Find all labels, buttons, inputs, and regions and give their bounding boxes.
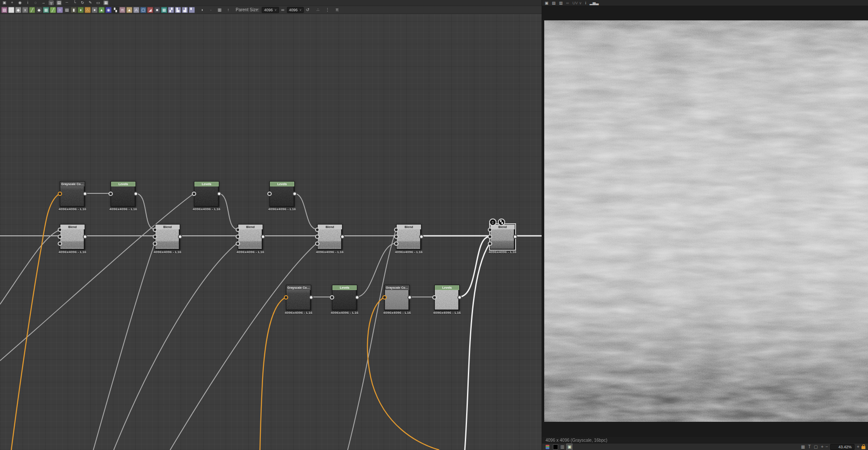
input-connector[interactable] — [330, 295, 334, 300]
zoom-tool-icon[interactable]: ◌ — [33, 0, 38, 5]
output-compute-badge[interactable]: ▚ — [498, 218, 505, 226]
image-display-icon[interactable]: ▣ — [566, 443, 572, 450]
node-levels-top-1[interactable]: Levels 4096x4096 - L16 — [111, 181, 136, 207]
gradient-map-node-icon[interactable]: ▮ — [71, 7, 77, 13]
pan-tool-icon[interactable]: + — [10, 0, 15, 5]
bridge-node-icon[interactable]: π — [119, 7, 125, 13]
export-image-icon[interactable]: ▥ — [559, 0, 563, 6]
input-connector[interactable] — [394, 241, 398, 246]
input-connector[interactable] — [153, 235, 157, 239]
view-2d-canvas[interactable] — [542, 6, 868, 437]
input-connector[interactable] — [488, 235, 492, 239]
blend-mask-node-icon[interactable]: ● — [92, 7, 98, 13]
zoom-in-button[interactable]: + — [857, 444, 859, 450]
input-connector[interactable] — [153, 228, 157, 232]
blur-node-icon[interactable]: ◆ — [15, 7, 21, 13]
refresh-graph-icon[interactable]: ↻ — [80, 0, 85, 5]
screenshot-icon[interactable]: ◉ — [17, 0, 23, 5]
node-blend-5[interactable]: Blend 4096x4096 - L16 — [396, 224, 421, 250]
grid-snap-icon[interactable]: ▦ — [103, 0, 108, 5]
display-options-icon[interactable]: ▭ — [95, 0, 101, 5]
transform-b-node-icon[interactable]: ▙ — [175, 7, 181, 13]
input-connector[interactable] — [192, 192, 196, 196]
node-levels-top-2[interactable]: Levels 4096x4096 - L16 — [194, 181, 219, 207]
transform-gizmo-icon[interactable]: T — [808, 444, 811, 450]
input-connector[interactable] — [108, 192, 113, 196]
fit-view-icon[interactable]: ▢ — [814, 444, 818, 450]
input-connector[interactable] — [394, 235, 398, 239]
dashed-connection-icon[interactable]: ┄ — [64, 0, 69, 5]
scatter-node-icon[interactable]: ∴ — [85, 7, 91, 13]
node-blend-6[interactable]: Blend 4096x4096 - L16▯▚ — [490, 224, 515, 250]
input-connector[interactable] — [58, 192, 62, 196]
output-connector[interactable] — [83, 235, 87, 239]
output-connector[interactable] — [217, 192, 221, 196]
channels-icon[interactable] — [545, 444, 551, 450]
input-connector[interactable] — [432, 295, 437, 300]
directional-blur-node-icon[interactable]: ◆ — [36, 7, 42, 13]
node-blend-4[interactable]: Blend 4096x4096 - L16 — [317, 224, 342, 250]
tile-sampler-node-icon[interactable]: ▦ — [161, 7, 167, 13]
straighten-connection-icon[interactable]: → — [41, 0, 46, 5]
node-blend-1[interactable]: Blend 4096x4096 - L16 — [60, 224, 85, 250]
node-levels-bottom-1[interactable]: Levels 4096x4096 - L16 — [332, 285, 357, 310]
node-grayscale-conversion-bottom-1[interactable]: Grayscale Conversion 4096x4096 - L16 — [286, 285, 311, 310]
input-connector[interactable] — [58, 228, 62, 232]
input-connector[interactable] — [315, 241, 319, 246]
directional-warp-node-icon[interactable]: x — [22, 7, 28, 13]
output-connector[interactable] — [309, 295, 313, 300]
exposed-parameters-icon[interactable]: ⋮ — [325, 7, 331, 13]
input-connector[interactable] — [315, 235, 319, 239]
edit-tools-icon[interactable]: ✎ — [88, 0, 93, 5]
size-reset-icon[interactable]: ↺ — [305, 7, 311, 13]
zoom-out-button[interactable]: − — [825, 444, 828, 450]
hsl-node-icon[interactable]: ◉ — [105, 7, 112, 13]
graph-settings-icon[interactable]: π — [334, 7, 340, 13]
output-connector[interactable] — [178, 235, 182, 239]
frame-icon[interactable]: ▦ — [217, 7, 223, 13]
zoom-level-input[interactable]: 43.42% — [830, 444, 855, 450]
size-link-icon[interactable]: ∞ — [280, 7, 286, 13]
output-connector[interactable] — [355, 295, 359, 300]
input-connector[interactable] — [236, 228, 240, 232]
fx-map-node-icon[interactable]: ▦ — [43, 7, 49, 13]
input-connector[interactable] — [488, 228, 492, 232]
dot-node-icon[interactable]: ∙ — [208, 7, 214, 13]
node-blend-3[interactable]: Blend 4096x4096 - L16 — [238, 224, 263, 250]
shape-3d-node-icon[interactable]: ■ — [154, 7, 160, 13]
checker-node-icon[interactable]: ▚ — [112, 7, 118, 13]
input-connector[interactable] — [58, 241, 62, 246]
input-connector[interactable] — [58, 235, 62, 239]
grid-toggle-icon[interactable]: ▦ — [801, 444, 805, 450]
output-connector[interactable] — [408, 295, 412, 300]
output-connector[interactable] — [134, 192, 138, 196]
display-connections-icon[interactable]: ┬ — [49, 0, 54, 5]
tiling-mode-icon[interactable]: ▥ — [560, 444, 564, 450]
input-connector[interactable] — [236, 235, 240, 239]
input-connector[interactable] — [153, 241, 157, 246]
gradient-node-icon[interactable]: ╱ — [50, 7, 56, 13]
node-grayscale-conversion-top[interactable]: Grayscale Conversion 4096x4096 - L16 — [60, 181, 85, 207]
warning-node-icon[interactable]: ▲ — [126, 7, 132, 13]
shape-node-icon[interactable]: ○ — [57, 7, 63, 13]
output-connector[interactable] — [340, 235, 345, 239]
input-connector[interactable] — [267, 192, 272, 196]
curve-node-icon[interactable]: ╱ — [29, 7, 35, 13]
select-tool-icon[interactable]: ▣ — [2, 0, 7, 5]
output-connector[interactable] — [293, 192, 297, 196]
node-blend-2[interactable]: Blend 4096x4096 - L16 — [155, 224, 180, 250]
link-view-icon[interactable]: ∞ — [566, 0, 569, 6]
node-grayscale-conversion-bottom-2[interactable]: Grayscale Conversion 4096x4096 - L16 — [385, 285, 410, 310]
copy-view-icon[interactable]: ▣ — [545, 0, 549, 6]
bitmap-node-icon[interactable]: ▨ — [1, 7, 7, 13]
grunge-node-icon[interactable]: ♦ — [78, 7, 84, 13]
pin-icon[interactable]: ↑ — [225, 7, 231, 13]
info-icon[interactable]: i — [25, 0, 30, 5]
flood-fill-node-icon[interactable]: ◢ — [147, 7, 153, 13]
input-connector[interactable] — [315, 228, 319, 232]
channel-split-node-icon[interactable]: ▤ — [64, 7, 70, 13]
lock-zoom-icon[interactable] — [861, 446, 865, 449]
attributes-badge[interactable]: ▯ — [489, 218, 496, 226]
input-connector[interactable] — [394, 228, 398, 232]
background-color-swatch[interactable] — [553, 444, 558, 450]
